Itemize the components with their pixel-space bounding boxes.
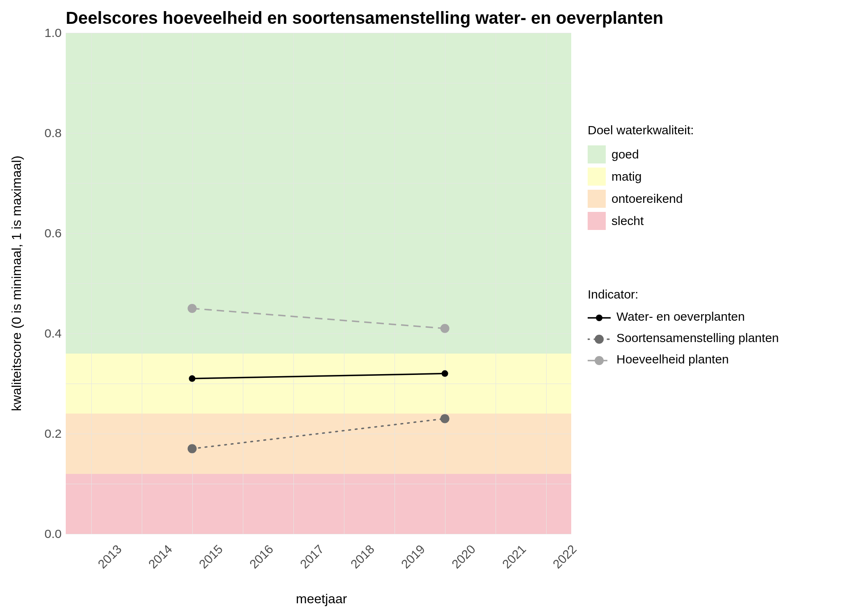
x-tick-label: 2017 xyxy=(297,542,326,571)
series-line xyxy=(192,418,445,448)
svg-point-5 xyxy=(595,356,604,365)
legend-quality: Doel waterkwaliteit: goedmatigontoereike… xyxy=(588,123,694,234)
legend-label: goed xyxy=(611,147,639,161)
x-tick-label: 2022 xyxy=(550,542,579,571)
legend-label: ontoereikend xyxy=(611,192,683,206)
x-tick-label: 2021 xyxy=(499,542,528,571)
series-point xyxy=(441,414,450,423)
x-axis-label: meetjaar xyxy=(296,591,347,607)
series-point xyxy=(188,444,197,453)
x-tick-label: 2019 xyxy=(398,542,427,571)
legend-swatch xyxy=(588,354,611,364)
plot-svg xyxy=(66,33,571,534)
legend-swatch xyxy=(588,145,606,163)
legend-label: Water- en oeverplanten xyxy=(616,310,745,324)
x-tick-label: 2016 xyxy=(247,542,276,571)
legend-quality-item: ontoereikend xyxy=(588,190,694,208)
legend-quality-item: matig xyxy=(588,168,694,186)
y-tick-label: 0.8 xyxy=(37,126,62,140)
legend-swatch xyxy=(588,212,606,230)
legend-indicator-item: Hoeveelheid planten xyxy=(588,352,779,366)
legend-label: Hoeveelheid planten xyxy=(616,352,729,366)
x-tick-label: 2013 xyxy=(95,542,124,571)
legend-indicator-item: Soortensamenstelling planten xyxy=(588,331,779,345)
series-line xyxy=(192,374,445,379)
y-tick-label: 0.6 xyxy=(37,226,62,240)
legend-indicator: Indicator: Water- en oeverplantenSoorten… xyxy=(588,287,779,374)
legend-quality-item: goed xyxy=(588,145,694,163)
legend-label: slecht xyxy=(611,214,644,228)
legend-label: Soortensamenstelling planten xyxy=(616,331,779,345)
gridline-h xyxy=(66,534,571,534)
svg-point-1 xyxy=(596,315,602,321)
series-point xyxy=(441,324,450,333)
legend-swatch xyxy=(588,168,606,186)
chart-container: Deelscores hoeveelheid en soortensamenst… xyxy=(0,0,863,616)
legend-swatch xyxy=(588,190,606,208)
y-tick-label: 0.2 xyxy=(37,427,62,441)
legend-label: matig xyxy=(611,170,641,184)
series-point xyxy=(188,304,197,313)
legend-swatch xyxy=(588,312,611,322)
y-axis-label: kwaliteitscore (0 is minimaal, 1 is maxi… xyxy=(9,156,24,411)
legend-quality-title: Doel waterkwaliteit: xyxy=(588,123,694,137)
x-tick-label: 2018 xyxy=(348,542,377,571)
legend-indicator-item: Water- en oeverplanten xyxy=(588,310,779,324)
y-tick-label: 0.0 xyxy=(37,527,62,541)
chart-title: Deelscores hoeveelheid en soortensamenst… xyxy=(66,8,663,28)
legend-indicator-title: Indicator: xyxy=(588,287,779,301)
legend-quality-item: slecht xyxy=(588,212,694,230)
x-tick-label: 2020 xyxy=(449,542,478,571)
plot-area xyxy=(66,33,571,534)
svg-point-3 xyxy=(595,335,604,344)
x-tick-label: 2015 xyxy=(196,542,225,571)
y-tick-label: 1.0 xyxy=(37,26,62,40)
series-line xyxy=(192,308,445,329)
series-point xyxy=(442,370,448,377)
legend-swatch xyxy=(588,333,611,343)
y-tick-label: 0.4 xyxy=(37,326,62,340)
x-tick-label: 2014 xyxy=(145,542,175,571)
series-point xyxy=(189,375,196,382)
